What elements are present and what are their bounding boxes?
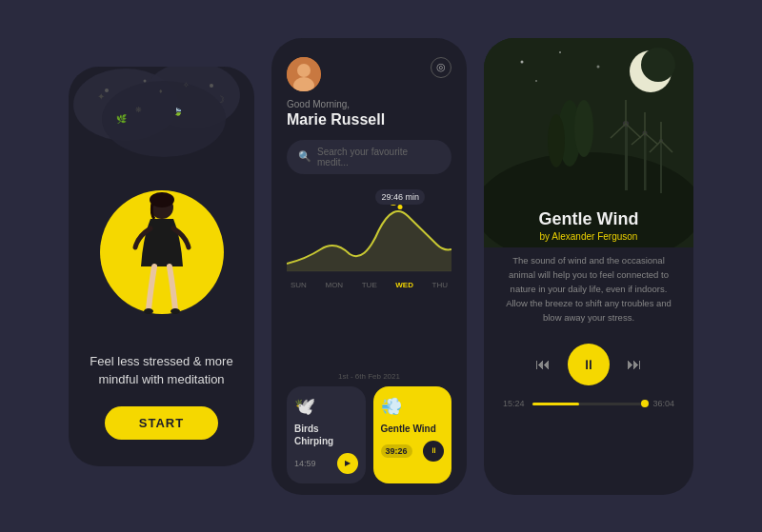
- progress-bar-container: 15:24 36:04: [503, 399, 674, 408]
- pause-button[interactable]: ⏸: [568, 344, 610, 385]
- card2-time-badge: 39:26: [381, 444, 412, 458]
- card1-play-button[interactable]: ▶: [337, 453, 358, 474]
- wind-icon: 💨: [381, 396, 445, 417]
- rewind-button[interactable]: ⏮: [535, 356, 551, 373]
- time-current: 15:24: [503, 399, 525, 408]
- svg-point-4: [144, 79, 147, 82]
- progress-bar[interactable]: [532, 403, 646, 405]
- greeting-text: Good Morning,: [287, 99, 451, 109]
- svg-text:🍃: 🍃: [173, 107, 183, 116]
- phone-1-screen: ✦ ✧ ☽ ❋ ♦ 🌿 🍃: [69, 67, 254, 466]
- day-sun: SUN: [291, 281, 307, 289]
- chart-peak-label: 29:46 min: [375, 189, 425, 205]
- user-name: Marie Russell: [287, 111, 451, 128]
- user-avatar: [287, 57, 321, 91]
- phone3-content: Gentle Wind by Alexander Ferguson The so…: [484, 38, 693, 495]
- location-icon[interactable]: ◎: [431, 57, 451, 78]
- day-thu: THU: [432, 281, 448, 289]
- svg-text:✧: ✧: [183, 81, 190, 89]
- phone-2-screen: ◎ Good Morning, Marie Russell 🔍 Search y…: [271, 38, 467, 495]
- day-wed: WED: [395, 281, 413, 289]
- svg-point-5: [210, 84, 213, 88]
- activity-chart: [287, 187, 451, 273]
- search-placeholder: Search your favourite medit...: [317, 147, 440, 167]
- track-author: by Alexander Ferguson: [503, 231, 674, 242]
- card1-footer: 14:59 ▶: [294, 453, 358, 474]
- day-mon: MON: [325, 281, 343, 289]
- time-total: 36:04: [652, 399, 674, 408]
- tagline-text: Feel less stressed & more mindful with m…: [69, 352, 254, 389]
- svg-text:✦: ✦: [97, 91, 105, 102]
- chart-date-range: 1st - 6th Feb 2021: [287, 372, 451, 381]
- forward-button[interactable]: ⏭: [627, 356, 642, 373]
- bird-icon: 🕊️: [294, 396, 358, 417]
- illustration-area: ✦ ✧ ☽ ❋ ♦ 🌿 🍃: [69, 67, 254, 343]
- card2-footer: 39:26 ⏸: [381, 441, 445, 462]
- svg-point-16: [170, 308, 180, 314]
- phone-3-screen: Gentle Wind by Alexander Ferguson The so…: [484, 38, 693, 495]
- progress-fill: [532, 403, 580, 405]
- cards-grid: 🕊️ Birds Chirping 14:59 ▶ 💨 Gentle Wind …: [287, 386, 451, 483]
- track-author-name: Alexander Ferguson: [551, 231, 637, 242]
- start-button[interactable]: START: [105, 406, 218, 440]
- figure-illustration: [124, 181, 200, 333]
- svg-text:🌿: 🌿: [116, 113, 128, 125]
- card2-title: Gentle Wind: [381, 423, 445, 435]
- card-birds-chirping: 🕊️ Birds Chirping 14:59 ▶: [287, 386, 366, 483]
- svg-text:❋: ❋: [135, 106, 142, 114]
- card1-duration: 14:59: [294, 459, 316, 468]
- svg-point-3: [105, 89, 109, 92]
- svg-text:♦: ♦: [159, 88, 163, 94]
- card2-pause-button[interactable]: ⏸: [423, 441, 444, 462]
- day-tue: TUE: [362, 281, 377, 289]
- chart-area: 29:46 min SUN MON TUE WED THU: [287, 187, 451, 365]
- search-icon: 🔍: [298, 150, 311, 163]
- track-title: Gentle Wind: [503, 209, 674, 229]
- search-bar[interactable]: 🔍 Search your favourite medit...: [287, 140, 451, 174]
- top-bar: ◎: [287, 57, 451, 91]
- chart-days: SUN MON TUE WED THU: [287, 281, 451, 289]
- progress-dot: [641, 400, 649, 407]
- svg-point-18: [297, 64, 311, 77]
- player-controls: ⏮ ⏸ ⏭: [503, 344, 674, 385]
- card1-title: Birds Chirping: [294, 423, 358, 447]
- track-author-prefix: by: [540, 231, 551, 242]
- card-gentle-wind: 💨 Gentle Wind 39:26 ⏸: [373, 386, 452, 483]
- track-description: The sound of wind and the occasional ani…: [503, 253, 674, 325]
- svg-text:☽: ☽: [216, 94, 225, 105]
- svg-point-15: [144, 308, 153, 314]
